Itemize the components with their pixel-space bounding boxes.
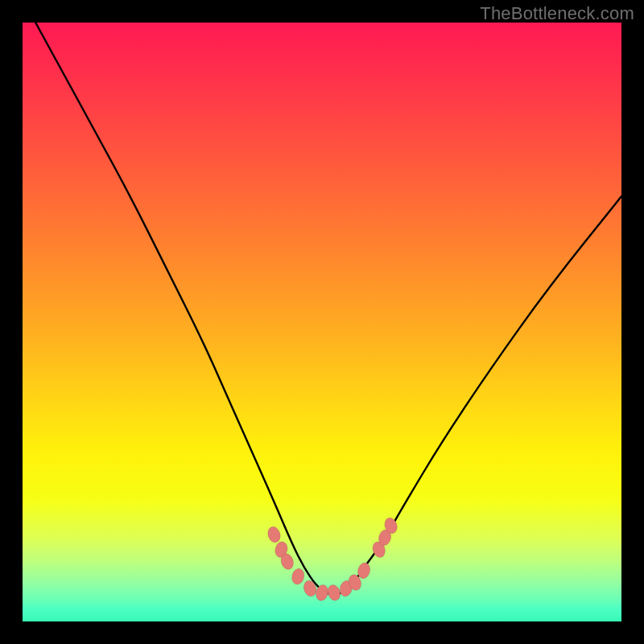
svg-point-11	[377, 528, 392, 547]
curve-markers	[266, 516, 399, 602]
svg-point-10	[370, 540, 386, 559]
svg-point-12	[382, 516, 398, 535]
curve-marker	[291, 568, 306, 586]
bottleneck-curve	[23, 23, 621, 594]
svg-point-8	[347, 573, 363, 592]
curve-marker	[314, 584, 329, 602]
curve-marker	[266, 525, 282, 544]
svg-point-3	[291, 568, 306, 586]
curve-marker	[326, 583, 342, 602]
chart-frame: TheBottleneck.com	[0, 0, 644, 644]
plot-area	[23, 23, 621, 621]
svg-point-0	[266, 525, 282, 544]
bottleneck-curve-svg	[23, 23, 621, 621]
curve-marker	[356, 561, 371, 580]
svg-point-7	[338, 580, 353, 598]
svg-point-4	[302, 579, 318, 598]
svg-point-1	[274, 540, 289, 559]
curve-marker	[274, 540, 289, 559]
svg-point-9	[356, 561, 371, 580]
svg-point-5	[314, 584, 329, 602]
curve-marker	[370, 540, 386, 559]
svg-point-2	[279, 552, 295, 572]
curve-marker	[347, 573, 363, 592]
curve-marker	[338, 580, 353, 598]
curve-marker	[377, 528, 392, 547]
curve-marker	[382, 516, 398, 535]
curve-marker	[279, 552, 295, 572]
curve-marker	[302, 579, 318, 598]
watermark-text: TheBottleneck.com	[480, 3, 634, 24]
svg-point-6	[326, 583, 342, 602]
bottom-haze	[23, 493, 621, 621]
